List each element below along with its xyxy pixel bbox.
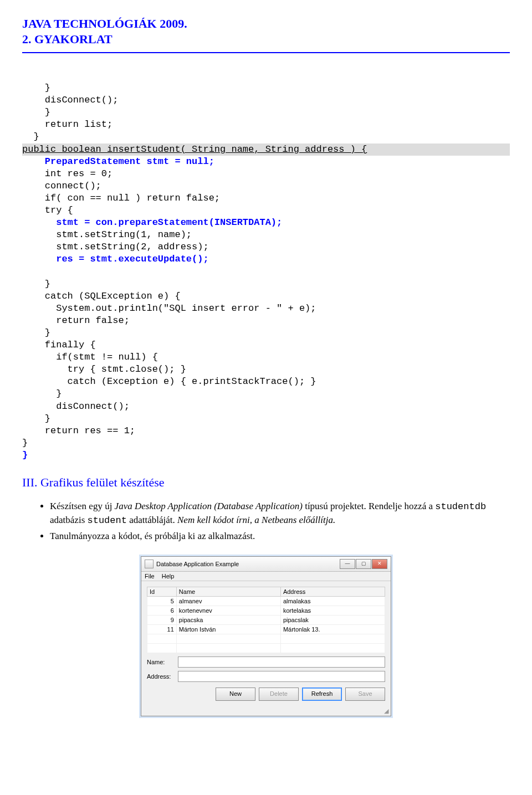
cell-name: kortenevnev — [176, 606, 280, 616]
code-line: finally { — [22, 340, 96, 350]
code-line: } — [22, 83, 50, 93]
code-line: res = stmt.executeUpdate(); — [22, 254, 209, 264]
screenshot-container: Database Application Example — ▢ ✕ File … — [22, 556, 510, 716]
table-header-row: Id Name Address — [147, 587, 385, 597]
label-name: Name: — [147, 659, 175, 665]
cell-id: 11 — [147, 625, 177, 634]
menu-file[interactable]: File — [145, 573, 155, 579]
table-row[interactable]: 9 pipacska pipacslak — [147, 616, 385, 625]
instruction-item: Tanulmányozza a kódot, és próbálja ki az… — [50, 530, 510, 543]
code-line: int res = 0; — [22, 168, 112, 179]
code-line: } — [22, 388, 62, 399]
header-rule — [22, 52, 510, 53]
maximize-button[interactable]: ▢ — [356, 559, 371, 569]
code-line: } — [22, 131, 39, 142]
cell-id: 5 — [147, 597, 177, 606]
save-button[interactable]: Save — [345, 688, 385, 701]
text-italic: Nem kell kódot írni, a Netbeans előállít… — [177, 515, 335, 525]
cell-name: pipacska — [176, 616, 280, 625]
label-address: Address: — [147, 673, 175, 680]
app-window: Database Application Example — ▢ ✕ File … — [141, 556, 391, 716]
code-line: if(stmt != null) { — [22, 352, 158, 362]
cell-id: 6 — [147, 606, 177, 616]
code-line: catch (Exception e) { e.printStackTrace(… — [22, 376, 316, 387]
table-row[interactable] — [147, 634, 385, 644]
form-row-name: Name: — [147, 656, 385, 668]
code-line: } — [22, 413, 50, 424]
data-table[interactable]: Id Name Address 5 almanev almalakas 6 ko… — [147, 587, 385, 653]
code-line: stmt.setString(1, name); — [22, 229, 192, 240]
window-titlebar: Database Application Example — ▢ ✕ — [141, 557, 391, 572]
table-row[interactable] — [147, 644, 385, 653]
close-button[interactable]: ✕ — [372, 559, 387, 569]
code-line: } — [22, 450, 28, 460]
cell-address: kortelakas — [280, 606, 385, 616]
text-mono: student — [88, 515, 127, 526]
table-row[interactable]: 11 Márton István Mártonlak 13. — [147, 625, 385, 634]
cell-name: almanev — [176, 597, 280, 606]
minimize-button[interactable]: — — [340, 559, 355, 569]
form-row-address: Address: — [147, 671, 385, 682]
section-3-heading: III. Grafikus felület készítése — [22, 475, 510, 490]
menubar: File Help — [141, 572, 391, 581]
doc-title: JAVA TECHNOLÓGIÁK 2009. — [22, 17, 510, 31]
resize-grip-icon[interactable]: ◢ — [141, 706, 391, 716]
col-address[interactable]: Address — [280, 587, 385, 597]
instruction-list: Készítsen egy új Java Desktop Applicatio… — [22, 500, 510, 542]
col-name[interactable]: Name — [176, 587, 280, 597]
code-line: stmt = con.prepareStatement(INSERTDATA); — [22, 217, 282, 228]
code-line: System.out.println("SQL insert error - "… — [22, 303, 316, 314]
code-line: return list; — [22, 119, 112, 130]
text: adattábláját. — [127, 515, 177, 525]
text: adatbázis — [50, 515, 88, 525]
instruction-item: Készítsen egy új Java Desktop Applicatio… — [50, 500, 510, 527]
code-line: return false; — [22, 315, 130, 326]
text-italic: Java Desktop Application (Database Appli… — [115, 501, 303, 511]
code-line: disConnect(); — [22, 401, 130, 412]
code-line: } — [22, 107, 50, 117]
menu-help[interactable]: Help — [162, 573, 175, 579]
code-block: } disConnect(); } return list; } public … — [22, 70, 510, 461]
text: típusú projektet. Rendelje hozzá a — [303, 501, 435, 511]
code-line: catch (SQLException e) { — [22, 291, 181, 301]
code-line: PreparedStatement stmt = null; — [22, 156, 214, 167]
code-line: try { — [22, 205, 73, 216]
code-line: } — [22, 327, 50, 338]
doc-subtitle: 2. GYAKORLAT — [22, 32, 510, 47]
cell-name: Márton István — [176, 625, 280, 634]
input-address[interactable] — [178, 671, 385, 682]
code-line-highlight: public boolean insertStudent( String nam… — [22, 143, 510, 156]
code-line: if( con == null ) return false; — [22, 193, 220, 203]
refresh-button[interactable]: Refresh — [302, 688, 342, 701]
table-row[interactable]: 6 kortenevnev kortelakas — [147, 606, 385, 616]
code-line: stmt.setString(2, address); — [22, 242, 209, 252]
window-title: Database Application Example — [156, 561, 239, 567]
delete-button[interactable]: Delete — [259, 688, 299, 701]
code-line: try { stmt.close(); } — [22, 364, 186, 375]
java-icon — [145, 560, 154, 568]
input-name[interactable] — [178, 656, 385, 668]
new-button[interactable]: New — [216, 688, 255, 701]
code-line: } — [22, 438, 28, 448]
code-line: } — [22, 279, 50, 289]
button-row: New Delete Refresh Save — [147, 688, 385, 701]
cell-address: almalakas — [280, 597, 385, 606]
cell-id: 9 — [147, 616, 177, 625]
cell-address: Mártonlak 13. — [280, 625, 385, 634]
text-mono: studentdb — [435, 501, 486, 512]
table-row[interactable]: 5 almanev almalakas — [147, 597, 385, 606]
cell-address: pipacslak — [280, 616, 385, 625]
code-line: return res == 1; — [22, 425, 135, 436]
dialog-body: Id Name Address 5 almanev almalakas 6 ko… — [141, 581, 391, 706]
col-id[interactable]: Id — [147, 587, 177, 597]
code-line: connect(); — [22, 181, 101, 191]
code-line: disConnect(); — [22, 95, 118, 105]
text: Készítsen egy új — [50, 501, 115, 511]
